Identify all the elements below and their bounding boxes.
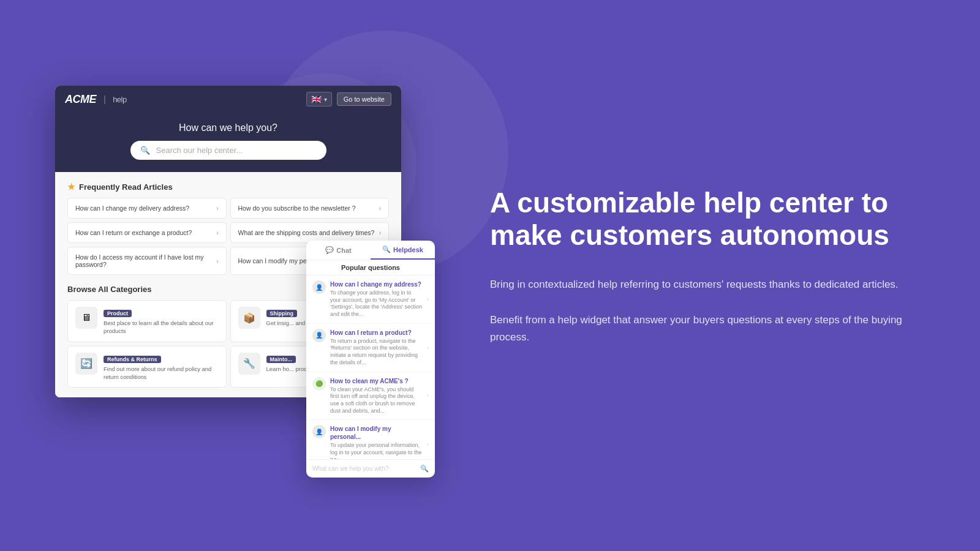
shipping-icon: 📦 [238,307,260,329]
frequently-read-section: ★ Frequently Read Articles [67,182,389,192]
question-4-content: How can I modify my personal... To updat… [330,425,423,459]
tab-chat[interactable]: 💬 Chat [306,241,371,260]
chat-question-2[interactable]: 👤 How can I return a product? To return … [306,324,435,372]
article-item[interactable]: How can I return or exchange a product? … [67,222,227,243]
category-item-product[interactable]: 🖥 Product Best place to learn all the de… [67,300,227,342]
chevron-right-icon: › [216,230,218,236]
search-placeholder-text: Search our help center... [156,146,243,155]
chat-widget: 💬 Chat 🔍 Helpdesk Popular questions 👤 Ho… [306,241,435,478]
chevron-down-icon: ▾ [324,96,327,103]
chevron-right-icon: › [216,258,218,264]
chat-search-icon: 🔍 [420,465,429,473]
question-4-title: How can I modify my personal... [330,425,423,441]
chevron-right-icon: › [379,205,381,212]
refunds-icon: 🔄 [75,353,97,375]
logo-acme: ACME [65,93,96,106]
hero-title: How can we help you? [67,122,389,133]
question-3-preview: To clean your ACME's, you should first t… [330,386,423,415]
article-item[interactable]: How can I change my delivery address? › [67,198,227,219]
chat-icon: 💬 [325,246,334,254]
category-refunds-info: Refunds & Returns Find out more about ou… [104,353,219,381]
question-4-preview: To update your personal information, log… [330,442,423,459]
chat-tab-label: Chat [336,247,351,254]
refunds-desc: Find out more about our refund policy an… [104,365,219,381]
main-heading: A customizable help center to make custo… [490,187,931,252]
avatar-1: 👤 [312,280,326,294]
maintenance-badge: Mainto... [266,356,296,363]
star-icon: ★ [67,182,75,192]
logo-divider: | [104,94,105,104]
tab-helpdesk[interactable]: 🔍 Helpdesk [371,241,435,260]
search-bar[interactable]: 🔍 Search our help center... [130,141,326,160]
chevron-right-icon: › [427,441,429,448]
question-2-preview: To return a product, navigate to the 'Re… [330,338,423,367]
product-badge: Product [104,310,132,317]
helpdesk-icon: 🔍 [382,246,391,253]
avatar-3: 🟢 [312,377,326,391]
chat-input-placeholder: What can we help you with? [312,465,417,472]
article-item[interactable]: What are the shipping costs and delivery… [230,222,390,243]
article-text: How can I return or exchange a product? [75,229,213,236]
right-panel: A customizable help center to make custo… [441,150,980,401]
chevron-right-icon: › [427,392,429,399]
chat-input-area[interactable]: What can we help you with? 🔍 [306,459,435,478]
maintenance-icon: 🔧 [238,353,260,375]
paragraph-2: Benefit from a help widget that answer y… [490,312,931,346]
category-product-info: Product Best place to learn all the deta… [104,307,219,335]
avatar-2: 👤 [312,329,326,342]
article-text: How can I change my delivery address? [75,204,213,212]
shipping-badge: Shipping [266,310,298,317]
logo-subtitle: help [113,95,127,104]
paragraph-1: Bring in contextualized help referring t… [490,276,931,293]
chat-tabs: 💬 Chat 🔍 Helpdesk [306,241,435,260]
question-1-content: How can I change my address? To change y… [330,280,423,318]
chevron-right-icon: › [427,296,429,302]
article-item[interactable]: How do I access my account if I have los… [67,247,227,275]
help-hero: How can we help you? 🔍 Search our help c… [55,113,401,172]
chevron-right-icon: › [379,230,381,236]
question-2-title: How can I return a product? [330,329,423,337]
chevron-right-icon: › [216,205,218,212]
flag-icon: 🇬🇧 [311,94,322,104]
search-icon: 🔍 [140,146,150,155]
product-icon: 🖥 [75,307,97,329]
chevron-right-icon: › [427,345,429,351]
article-text: How do you subscribe to the newsletter ? [238,204,375,212]
header-right: 🇬🇧 ▾ Go to website [306,92,391,107]
article-text: What are the shipping costs and delivery… [238,229,375,236]
popular-questions-title: Popular questions [306,260,435,276]
chat-question-4[interactable]: 👤 How can I modify my personal... To upd… [306,420,435,459]
question-3-title: How to clean my ACME's ? [330,377,423,385]
left-panel: ACME | help 🇬🇧 ▾ Go to website How can w… [0,0,441,551]
question-1-preview: To change your address, log in to your a… [330,290,423,318]
chat-questions-list: 👤 How can I change my address? To change… [306,276,435,459]
avatar-4: 👤 [312,425,326,438]
category-item-refunds[interactable]: 🔄 Refunds & Returns Find out more about … [67,346,227,388]
goto-website-button[interactable]: Go to website [337,92,391,106]
question-1-title: How can I change my address? [330,280,423,288]
helpdesk-tab-label: Helpdesk [393,246,423,253]
chat-question-1[interactable]: 👤 How can I change my address? To change… [306,276,435,324]
article-item[interactable]: How do you subscribe to the newsletter ?… [230,198,390,219]
article-text: How do I access my account if I have los… [75,253,213,268]
chat-question-3[interactable]: 🟢 How to clean my ACME's ? To clean your… [306,372,435,421]
frequently-read-title: Frequently Read Articles [79,182,173,192]
help-header: ACME | help 🇬🇧 ▾ Go to website [55,86,401,113]
logo: ACME | help [65,93,127,106]
question-2-content: How can I return a product? To return a … [330,329,423,367]
product-desc: Best place to learn all the details abou… [104,319,219,335]
question-3-content: How to clean my ACME's ? To clean your A… [330,377,423,415]
language-selector[interactable]: 🇬🇧 ▾ [306,92,332,107]
refunds-badge: Refunds & Returns [104,356,161,363]
